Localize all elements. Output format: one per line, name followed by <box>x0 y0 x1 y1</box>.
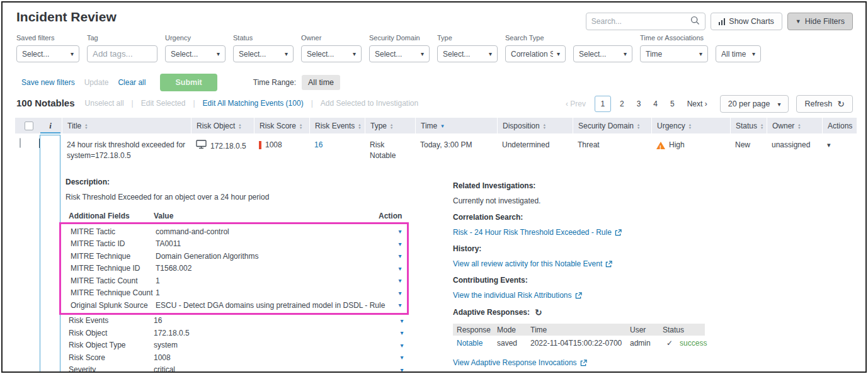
correlation-search-link[interactable]: Risk - 24 Hour Risk Threshold Exceeded -… <box>453 228 622 237</box>
field-action-dropdown[interactable]: ▾ <box>395 366 409 373</box>
table-header-row: i Title▴▾ Risk Object▴▾ Risk Score▴▾ Ris… <box>15 118 857 133</box>
column-header-title[interactable]: Title▴▾ <box>62 118 191 133</box>
monitor-icon <box>196 140 207 152</box>
search-type-value-select[interactable]: Select...▾ <box>573 45 632 62</box>
field-row: MITRE Technique IDT1568.002▾ <box>67 263 407 275</box>
field-action-dropdown[interactable]: ▾ <box>393 290 407 297</box>
sort-desc-icon: ▾ <box>441 123 444 129</box>
detail-left-column: Description: Risk Threshold Exceeded for… <box>66 178 409 373</box>
prev-page-button: ‹ Prev <box>561 97 591 111</box>
chevron-down-icon: ▾ <box>624 50 627 57</box>
field-action-dropdown[interactable]: ▾ <box>395 342 409 349</box>
chevron-down-icon: ▾ <box>353 50 356 57</box>
notables-table: i Title▴▾ Risk Object▴▾ Risk Score▴▾ Ris… <box>15 118 857 373</box>
field-action-dropdown[interactable]: ▾ <box>395 329 409 336</box>
column-header-status[interactable]: Status▴▾ <box>730 118 767 133</box>
page-button-4[interactable]: 4 <box>648 97 663 111</box>
page-button-2[interactable]: 2 <box>615 97 629 111</box>
field-action-dropdown[interactable]: ▾ <box>393 228 407 235</box>
security-domain-select[interactable]: Select...▾ <box>369 45 430 62</box>
urgency-select[interactable]: Select...▾ <box>165 45 226 62</box>
select-all-checkbox[interactable] <box>25 122 33 130</box>
column-header-security-domain[interactable]: Security Domain▴▾ <box>573 118 651 133</box>
chevron-down-icon: ▾ <box>217 50 220 57</box>
row-actions-dropdown[interactable]: ▾ <box>827 141 831 149</box>
notables-toolbar: 100 Notables Unselect all | Edit Selecte… <box>16 98 418 108</box>
status-badge: success <box>676 339 707 348</box>
cell-risk-object: 172.18.0.5 <box>191 139 254 152</box>
field-row: MITRE Tactic Count1▾ <box>67 275 407 287</box>
column-header-type[interactable]: Type▴▾ <box>365 118 415 133</box>
submit-button[interactable]: Submit <box>160 74 217 91</box>
filter-saved-filters: Saved filters Select...▾ <box>16 34 79 62</box>
hide-filters-button[interactable]: ▼ Hide Filters <box>787 13 853 30</box>
history-link[interactable]: View all review activity for this Notabl… <box>453 259 612 268</box>
filter-status: Status Select...▾ <box>233 34 294 62</box>
edit-all-matching-events-link[interactable]: Edit All Matching Events (100) <box>203 99 304 108</box>
status-select[interactable]: Select...▾ <box>233 45 294 62</box>
search-input[interactable] <box>591 17 690 26</box>
show-charts-button[interactable]: Show Charts <box>711 13 782 30</box>
contributing-events-link[interactable]: View the individual Risk Attributions <box>453 291 582 300</box>
field-action-dropdown[interactable]: ▾ <box>393 302 407 309</box>
adaptive-responses-header: Adaptive Responses: ↻ <box>453 307 724 317</box>
notables-count: 100 Notables <box>16 98 75 108</box>
next-page-button[interactable]: Next › <box>682 97 712 111</box>
search-box[interactable] <box>586 13 705 30</box>
owner-select[interactable]: Select...▾ <box>301 45 362 62</box>
chevron-down-icon: ▾ <box>699 50 702 57</box>
field-action-dropdown[interactable]: ▾ <box>395 317 409 324</box>
column-header-risk-score[interactable]: Risk Score▴▾ <box>254 118 309 133</box>
time-range-chip[interactable]: All time <box>302 75 340 90</box>
page-button-3[interactable]: 3 <box>632 97 646 111</box>
column-header-owner[interactable]: Owner▴▾ <box>767 118 822 133</box>
adaptive-response-invocations-link[interactable]: View Adaptive Response Invocations <box>453 358 587 367</box>
incident-review-app: Incident Review Show Charts ▼ Hide Filte… <box>1 1 867 373</box>
time-or-associations-select[interactable]: Time▾ <box>640 45 708 62</box>
column-header-risk-object[interactable]: Risk Object▴▾ <box>191 118 254 133</box>
saved-filters-select[interactable]: Select...▾ <box>16 45 79 62</box>
chevron-down-icon: ▾ <box>489 50 492 57</box>
field-row: Severitycritical▾ <box>66 364 409 373</box>
related-investigations-text: Currently not investigated. <box>453 196 724 205</box>
page-button-1[interactable]: 1 <box>595 96 611 112</box>
refresh-adaptive-responses-icon[interactable]: ↻ <box>535 307 542 317</box>
save-new-filters-link[interactable]: Save new filters <box>21 78 75 87</box>
urgency-high-icon <box>656 142 665 149</box>
history-label: History: <box>453 244 724 253</box>
field-row: MITRE Tactic IDTA0011▾ <box>67 238 407 251</box>
field-action-dropdown[interactable]: ▾ <box>393 277 407 284</box>
field-row: Risk Score1008▾ <box>66 351 409 364</box>
column-header-urgency[interactable]: Urgency▴▾ <box>651 118 730 133</box>
field-action-dropdown[interactable]: ▾ <box>395 354 409 361</box>
field-action-dropdown[interactable]: ▾ <box>393 265 407 272</box>
refresh-button[interactable]: Refresh ↻ <box>796 95 853 113</box>
collapse-row-chevron-icon[interactable] <box>39 139 40 148</box>
sort-icon: ▴▾ <box>239 123 241 129</box>
chevron-down-icon: ▾ <box>752 50 755 57</box>
filter-search-type: Search Type Correlation S...▾ <box>505 34 566 62</box>
risk-events-link[interactable]: 16 <box>314 140 323 149</box>
field-action-dropdown[interactable]: ▾ <box>393 252 407 259</box>
column-header-risk-events[interactable]: Risk Events▴▾ <box>309 118 365 133</box>
add-selected-to-investigation-link: Add Selected to Investigation <box>321 99 418 108</box>
column-header-time[interactable]: Time▾ <box>415 118 497 133</box>
chevron-down-icon: ▾ <box>421 50 424 57</box>
tag-input[interactable] <box>87 45 157 62</box>
field-action-dropdown[interactable]: ▾ <box>393 241 407 247</box>
cell-status: New <box>730 139 767 150</box>
column-header-disposition[interactable]: Disposition▴▾ <box>497 118 573 133</box>
time-range-select[interactable]: All time▾ <box>716 45 761 62</box>
filter-tag: Tag <box>87 34 157 62</box>
per-page-select[interactable]: 20 per page ▾ <box>720 95 789 113</box>
page-button-5[interactable]: 5 <box>665 97 680 111</box>
filter-time-range: All time▾ <box>716 34 761 62</box>
row-checkbox[interactable] <box>20 138 21 148</box>
type-select[interactable]: Select...▾ <box>437 45 498 62</box>
notable-response-link[interactable]: Notable <box>457 339 483 348</box>
info-column-header: i <box>39 118 62 133</box>
search-type-select[interactable]: Correlation S...▾ <box>505 45 566 62</box>
risk-score-bar-icon <box>259 141 261 149</box>
clear-all-link[interactable]: Clear all <box>118 78 146 87</box>
sort-icon: ▴▾ <box>798 123 800 129</box>
